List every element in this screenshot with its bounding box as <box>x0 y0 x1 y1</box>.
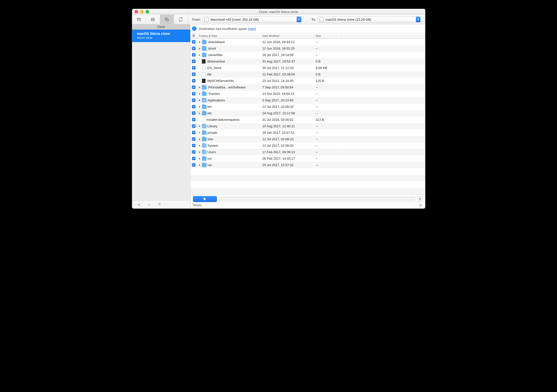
table-row[interactable]: .DS_Store30 Jul 2017, 21:12:206.00 KB <box>190 65 425 71</box>
file-name: .bzvol <box>207 47 216 50</box>
table-row[interactable]: .Trashes13 Oct 2015, 19:50:15-- <box>190 91 425 97</box>
disclosure-triangle-icon[interactable] <box>199 112 200 114</box>
table-row[interactable]: bin12 Jul 2017, 02:08:20-- <box>190 104 425 110</box>
file-name: usr <box>207 157 212 160</box>
file-name: sbin <box>207 137 213 141</box>
run-button[interactable] <box>193 196 217 202</box>
zoom-window-button[interactable] <box>146 10 149 13</box>
table-row[interactable]: .dbfseventsd31 Aug 2017, 15:52:470 B <box>190 58 425 65</box>
row-checkbox[interactable] <box>192 98 195 102</box>
sidebar-footer: ＋ － <box>132 200 190 208</box>
disclosure-triangle-icon[interactable] <box>199 99 200 101</box>
folder-icon <box>202 98 206 102</box>
file-size: -- <box>314 162 342 168</box>
help-link[interactable]: help <box>249 27 255 31</box>
table-row[interactable]: .PKInstallSa…emSoftware7 Sep 2017, 09:50… <box>190 84 425 91</box>
column-header-date[interactable]: Date Modified <box>261 33 314 39</box>
table-row[interactable]: usr26 Feb 2017, 14:33:17-- <box>190 155 425 162</box>
column-header-size[interactable]: Size <box>314 33 342 39</box>
file-size: 6.00 KB <box>314 65 342 71</box>
info-icon: i <box>192 26 196 31</box>
row-checkbox[interactable] <box>192 137 195 141</box>
table-row[interactable]: .cleverfiles28 Jul 2017, 18:14:06-- <box>190 52 425 58</box>
file-date: 25 Jul 2017, 15:57:32 <box>261 162 314 168</box>
app-window: Clone: macOS Sierra clone From: Macintos… <box>132 9 425 209</box>
row-checkbox[interactable] <box>192 163 195 167</box>
table-row[interactable]: var25 Jul 2017, 15:57:32-- <box>190 162 425 168</box>
column-header-blank <box>342 33 425 39</box>
target-icon <box>192 34 195 37</box>
disclosure-triangle-icon[interactable] <box>199 106 200 108</box>
svg-rect-5 <box>165 18 167 20</box>
row-checkbox[interactable] <box>192 92 195 95</box>
row-checkbox[interactable] <box>192 85 195 89</box>
disclosure-triangle-icon[interactable] <box>199 54 200 56</box>
table-row[interactable]: .MySCMServerInfo23 Jul 2012, 14:18:45120… <box>190 78 425 84</box>
toolbar-tab-archive[interactable] <box>132 15 146 24</box>
toolbar-tab-sync[interactable] <box>174 15 188 24</box>
row-checkbox[interactable] <box>192 118 195 121</box>
table-row[interactable]: private29 Jan 2017, 10:57:51-- <box>190 130 425 136</box>
row-checkbox[interactable] <box>192 79 195 82</box>
table-row[interactable]: Library10 Aug 2017, 12:40:11-- <box>190 123 425 130</box>
row-checkbox[interactable] <box>192 72 195 76</box>
file-name: var <box>207 163 212 167</box>
row-checkbox[interactable] <box>192 47 195 50</box>
warning-text: Destination has insufficient space (help… <box>199 27 256 31</box>
table-row[interactable]: etc24 Aug 2017, 15:12:58-- <box>190 110 425 117</box>
destination-disk-picker[interactable]: macOS Sierra clone (15.29 GB) <box>318 16 420 22</box>
disclosure-triangle-icon[interactable] <box>199 132 200 134</box>
row-checkbox[interactable] <box>192 111 195 115</box>
table-row[interactable]: Users17 Feb 2017, 09:36:13-- <box>190 149 425 155</box>
disclosure-triangle-icon[interactable] <box>199 145 200 147</box>
row-checkbox[interactable] <box>192 144 195 147</box>
disclosure-triangle-icon[interactable] <box>199 138 200 140</box>
disclosure-triangle-icon[interactable] <box>199 86 200 88</box>
disclosure-triangle-icon[interactable] <box>199 41 200 43</box>
file-name: .dbfseventsd <box>206 60 225 63</box>
table-row[interactable]: Applications5 Sep 2017, 20:23:45-- <box>190 97 425 104</box>
table-row[interactable]: .abackblaze12 Jun 2016, 19:33:12-- <box>190 39 425 45</box>
row-checkbox[interactable] <box>192 150 195 154</box>
table-row[interactable]: installer.failurerequests31 Jul 2016, 03… <box>190 117 425 123</box>
file-name: bin <box>207 105 212 109</box>
log-button[interactable] <box>418 196 423 201</box>
disclosure-triangle-icon[interactable] <box>199 158 200 160</box>
disclosure-triangle-icon[interactable] <box>199 164 200 166</box>
table-row[interactable]: System12 Jul 2017, 02:08:20-- <box>190 142 425 149</box>
row-checkbox[interactable] <box>192 157 195 160</box>
settings-button[interactable] <box>158 202 162 207</box>
dropdown-caret-icon <box>297 17 301 22</box>
row-checkbox[interactable] <box>192 66 195 69</box>
disclosure-triangle-icon[interactable] <box>199 93 200 95</box>
folder-icon <box>202 47 206 51</box>
remove-task-button[interactable]: － <box>147 202 152 207</box>
row-checkbox[interactable] <box>192 53 195 57</box>
sidebar-task-item[interactable]: macOS Sierra clone Never done <box>132 30 190 42</box>
row-checkbox[interactable] <box>192 105 195 108</box>
file-date: 12 Jun 2016, 19:33:12 <box>261 39 314 45</box>
source-disk-picker[interactable]: Macintosh HD (Used: 350.19 GB) <box>203 16 301 22</box>
alert-button[interactable] <box>418 203 423 207</box>
row-checkbox[interactable] <box>192 60 195 63</box>
row-checkbox[interactable] <box>192 131 195 134</box>
file-date: 31 Aug 2017, 15:52:47 <box>261 58 314 65</box>
row-checkbox[interactable] <box>192 124 195 128</box>
sidebar-heading: Clone <box>132 24 190 30</box>
disclosure-triangle-icon[interactable] <box>199 48 200 50</box>
table-row[interactable]: sbin12 Jul 2017, 02:08:20-- <box>190 136 425 142</box>
add-task-button[interactable]: ＋ <box>137 202 141 207</box>
disclosure-triangle-icon[interactable] <box>199 151 200 153</box>
minimize-window-button[interactable] <box>140 10 144 13</box>
disclosure-triangle-icon[interactable] <box>199 125 200 127</box>
toolbar-tab-clone[interactable] <box>160 15 174 24</box>
column-select-all[interactable] <box>190 33 197 39</box>
toolbar-tab-tasks[interactable] <box>146 15 160 24</box>
table-row[interactable]: .bzvol12 Jun 2016, 19:33:25-- <box>190 45 425 52</box>
file-name: .abackblaze <box>207 40 225 44</box>
close-window-button[interactable] <box>135 10 138 13</box>
row-checkbox[interactable] <box>192 40 195 44</box>
column-header-name[interactable]: Folders & Files <box>197 33 261 39</box>
table-row[interactable]: .file21 Feb 2017, 03:38:050 B <box>190 71 425 78</box>
file-date: 12 Jul 2017, 02:08:20 <box>261 136 314 142</box>
